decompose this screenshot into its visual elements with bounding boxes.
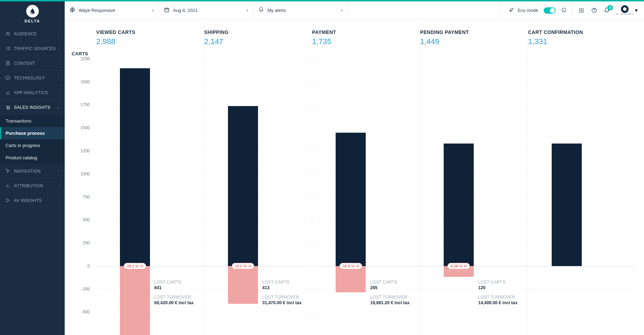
notifications-button[interactable]: 2 bbox=[603, 7, 610, 14]
info-icon[interactable] bbox=[561, 7, 566, 14]
cart-icon bbox=[5, 105, 10, 110]
bell-icon bbox=[258, 7, 264, 14]
monitor-icon bbox=[5, 75, 10, 81]
chevron-right-icon: › bbox=[58, 169, 60, 173]
chevron-down-icon: ▾ bbox=[341, 8, 343, 12]
content-area: CARTS 2250200017501500125010007505002500… bbox=[65, 20, 644, 335]
nav-list: AUDIENCE›TRAFFIC SOURCES›CONTENT›TECHNOL… bbox=[0, 27, 65, 208]
funnel-stages: VIEWED CARTS2,98828.1 %⊝LOST CARTS841LOS… bbox=[96, 20, 636, 335]
bar-carts bbox=[120, 68, 150, 266]
stage-plot: 28.1 %⊝LOST CARTS841LOST TURNOVER60,420.… bbox=[96, 59, 204, 335]
svg-rect-16 bbox=[581, 12, 582, 13]
nav-item-label: APP ANALYTICS bbox=[14, 90, 58, 95]
nav-subitem[interactable]: Product catalog bbox=[0, 152, 65, 164]
nav-submenu: TransactionsPurchase processCarts in pro… bbox=[0, 115, 65, 164]
y-axis-tick: 1000 bbox=[69, 172, 90, 176]
chevron-right-icon: › bbox=[58, 61, 60, 65]
cursor-icon bbox=[5, 168, 10, 174]
nav-item-shuffle[interactable]: TRAFFIC SOURCES› bbox=[0, 41, 65, 56]
loss-indicator-icon: ⊝ bbox=[356, 264, 359, 268]
calendar-icon bbox=[164, 7, 170, 14]
date-selector[interactable]: Aug 8, 2021 ▾ bbox=[159, 1, 253, 19]
nav-subitem[interactable]: Transactions bbox=[0, 115, 65, 127]
nav-item-label: SALES INSIGHTS bbox=[14, 105, 57, 110]
y-axis-tick: 1250 bbox=[69, 148, 90, 153]
nav-item-cart[interactable]: SALES INSIGHTS⌄ bbox=[0, 100, 65, 115]
sidebar: DELTA AUDIENCE›TRAFFIC SOURCES›CONTENT›T… bbox=[0, 1, 65, 335]
stage-plot: 8.28 %⊝LOST CARTS120LOST TURNOVER14,400.… bbox=[420, 59, 528, 335]
topbar-utilities: 2 AT INTERNET ▾ bbox=[572, 1, 644, 19]
svg-point-19 bbox=[623, 7, 627, 11]
funnel-stage: VIEWED CARTS2,98828.1 %⊝LOST CARTS841LOS… bbox=[96, 20, 204, 335]
stage-plot: 16.4 %⊝LOST CARTS285LOST TURNOVER18,881.… bbox=[312, 59, 420, 335]
nav-item-label: TECHNOLOGY bbox=[14, 76, 58, 81]
site-selector-label: Waye Responsive bbox=[79, 8, 149, 13]
stage-title: PAYMENT bbox=[312, 29, 420, 35]
chevron-right-icon: › bbox=[58, 184, 60, 188]
y-axis-tick: -500 bbox=[69, 309, 90, 314]
chevron-right-icon: › bbox=[58, 47, 60, 50]
help-icon[interactable] bbox=[591, 7, 598, 14]
bar-lost bbox=[120, 266, 150, 335]
nav-item-bars[interactable]: ATTRIBUTION› bbox=[0, 179, 65, 193]
bars-icon bbox=[5, 183, 10, 188]
nav-item-cursor[interactable]: NAVIGATION› bbox=[0, 164, 65, 179]
nav-subitem[interactable]: Purchase process bbox=[0, 127, 65, 139]
svg-rect-14 bbox=[583, 10, 584, 11]
svg-rect-12 bbox=[579, 10, 580, 11]
y-axis: 2250200017501500125010007505002500-250-5… bbox=[65, 59, 96, 335]
nav-item-chart[interactable]: APP ANALYTICS› bbox=[0, 85, 65, 100]
stage-title: PENDING PAYMENT bbox=[420, 29, 528, 35]
eco-mode-toggle[interactable]: Eco mode bbox=[500, 1, 572, 19]
account-menu[interactable]: AT INTERNET ▾ bbox=[616, 5, 638, 15]
bar-carts bbox=[552, 144, 582, 266]
chevron-down-icon: ▾ bbox=[152, 8, 154, 12]
y-axis-tick: 2250 bbox=[69, 56, 90, 61]
stage-plot bbox=[528, 59, 636, 335]
loss-indicator-icon: ⊝ bbox=[248, 264, 251, 268]
chevron-right-icon: › bbox=[58, 76, 60, 80]
nav-item-label: TRAFFIC SOURCES bbox=[14, 46, 58, 51]
loss-indicator-icon: ⊝ bbox=[464, 264, 467, 268]
svg-point-4 bbox=[7, 109, 8, 109]
stage-value: 1,735 bbox=[312, 37, 420, 46]
svg-rect-17 bbox=[583, 12, 584, 13]
nav-item-monitor[interactable]: TECHNOLOGY› bbox=[0, 71, 65, 85]
nav-subitem[interactable]: Carts in progress bbox=[0, 139, 65, 152]
stage-value: 1,449 bbox=[420, 37, 528, 46]
chart-icon bbox=[5, 90, 10, 95]
chart-row-label: CARTS bbox=[72, 51, 88, 56]
apps-grid-icon[interactable] bbox=[578, 7, 585, 14]
doc-icon bbox=[5, 61, 10, 66]
globe-icon bbox=[70, 7, 75, 14]
play-icon bbox=[5, 198, 10, 203]
account-provider: AT INTERNET bbox=[616, 13, 634, 15]
stage-plot: 19.2 %⊝LOST CARTS413LOST TURNOVER31,470.… bbox=[204, 59, 312, 335]
svg-rect-9 bbox=[579, 8, 580, 9]
nav-item-play[interactable]: AV INSIGHTS› bbox=[0, 193, 65, 208]
chevron-right-icon: › bbox=[58, 32, 60, 36]
shuffle-icon bbox=[5, 46, 10, 51]
chevron-down-icon: ▾ bbox=[635, 7, 638, 14]
svg-rect-7 bbox=[165, 8, 169, 12]
svg-rect-11 bbox=[583, 8, 584, 9]
funnel-stage: PENDING PAYMENT1,4498.28 %⊝LOST CARTS120… bbox=[420, 20, 528, 335]
y-axis-tick: 250 bbox=[69, 240, 90, 245]
loss-rate-pill: 8.28 %⊝ bbox=[448, 263, 470, 269]
nav-item-label: AV INSIGHTS bbox=[14, 198, 58, 203]
y-axis-tick: 1500 bbox=[69, 125, 90, 130]
site-selector[interactable]: Waye Responsive ▾ bbox=[65, 1, 159, 19]
funnel-stage: CART CONFIRMATION1,331 bbox=[528, 20, 636, 335]
alerts-selector[interactable]: My alerts ▾ bbox=[253, 1, 348, 19]
y-axis-tick: 500 bbox=[69, 217, 90, 222]
avatar-icon bbox=[621, 5, 629, 13]
eco-mode-switch[interactable] bbox=[544, 7, 556, 14]
nav-item-audience[interactable]: AUDIENCE› bbox=[0, 27, 65, 41]
audience-icon bbox=[5, 31, 10, 36]
date-selector-label: Aug 8, 2021 bbox=[173, 8, 243, 13]
funnel-stage: SHIPPING2,14719.2 %⊝LOST CARTS413LOST TU… bbox=[204, 20, 312, 335]
stage-title: CART CONFIRMATION bbox=[528, 29, 636, 35]
svg-rect-3 bbox=[6, 76, 9, 79]
nav-item-doc[interactable]: CONTENT› bbox=[0, 56, 65, 71]
y-axis-tick: 750 bbox=[69, 195, 90, 200]
